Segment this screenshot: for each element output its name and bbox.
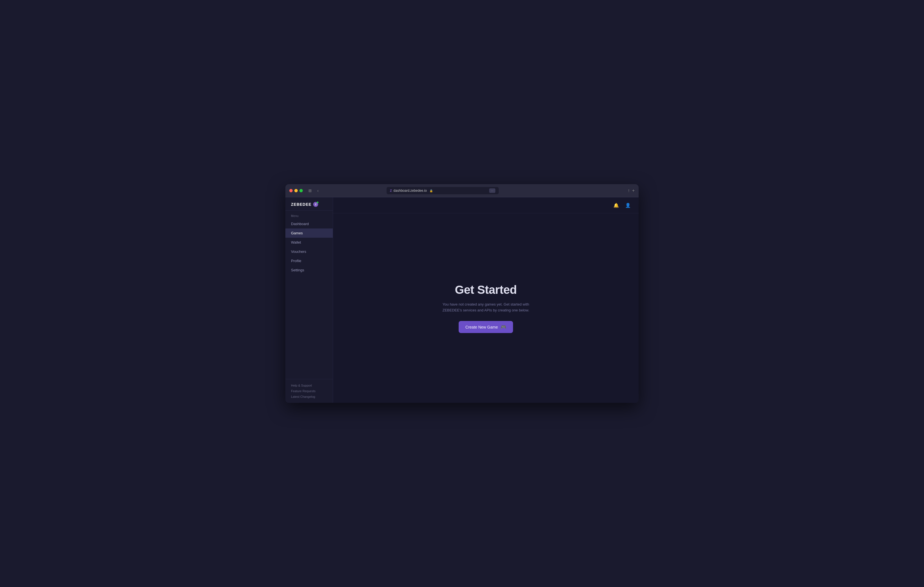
notifications-button[interactable]: 🔔 [612,201,620,209]
content-area: Get Started You have not created any gam… [333,213,639,403]
share-button[interactable]: ↑ [628,188,630,193]
sidebar-item-profile[interactable]: Profile [285,256,333,265]
page-description: You have not created any games yet. Get … [442,302,529,313]
main-content: 🔔 👤 Get Started You have not created any… [333,197,639,403]
favicon-icon: Z [390,189,392,192]
feature-requests-link[interactable]: Feature Requests [291,389,327,393]
browser-chrome: ⊞ ‹ Z dashboard.zebedee.io 🔒 ··· ↑ + [285,184,639,197]
logo-status-dot [317,201,318,203]
desc-line2: ZEBEDEE's services and APIs by creating … [442,308,529,312]
sidebar-toggle-button[interactable]: ⊞ [307,188,313,193]
sidebar-item-settings[interactable]: Settings [285,265,333,275]
gamepad-icon: 🎮 [501,324,506,330]
help-support-link[interactable]: Help & Support [291,384,327,387]
close-button[interactable] [289,189,293,192]
traffic-lights [289,189,303,192]
desc-line1: You have not created any games yet. Get … [443,302,529,307]
logo-icon: Z [313,202,318,207]
url-text: dashboard.zebedee.io [394,189,427,193]
lock-icon: 🔒 [429,189,433,192]
new-tab-button[interactable]: + [632,188,635,193]
page-title: Get Started [455,283,517,297]
browser-controls: ⊞ ‹ [307,188,321,193]
latest-changelog-link[interactable]: Latest Changelog [291,395,327,398]
browser-window: ⊞ ‹ Z dashboard.zebedee.io 🔒 ··· ↑ + ZEB… [285,184,639,403]
user-profile-button[interactable]: 👤 [624,201,632,209]
more-options-button[interactable]: ··· [489,188,495,193]
browser-actions: ↑ + [628,188,635,193]
sidebar-nav: Menu Dashboard Games Wallet Vouchers Pro… [285,211,333,379]
maximize-button[interactable] [299,189,303,192]
sidebar-header: ZEBEDEE Z [285,197,333,211]
sidebar-footer: Help & Support Feature Requests Latest C… [285,379,333,403]
create-game-label: Create New Game [465,325,498,330]
minimize-button[interactable] [294,189,298,192]
app-container: ZEBEDEE Z Menu Dashboard Games Wallet Vo… [285,197,639,403]
back-button[interactable]: ‹ [315,188,321,193]
logo-text: ZEBEDEE [291,202,312,206]
sidebar-item-games[interactable]: Games [285,228,333,238]
sidebar-item-vouchers[interactable]: Vouchers [285,247,333,256]
top-bar: 🔔 👤 [333,197,639,213]
sidebar-item-dashboard[interactable]: Dashboard [285,219,333,228]
address-bar[interactable]: Z dashboard.zebedee.io 🔒 ··· [386,187,499,194]
sidebar-item-wallet[interactable]: Wallet [285,238,333,247]
menu-label: Menu [285,211,333,219]
sidebar: ZEBEDEE Z Menu Dashboard Games Wallet Vo… [285,197,333,403]
create-new-game-button[interactable]: Create New Game 🎮 [459,321,513,333]
